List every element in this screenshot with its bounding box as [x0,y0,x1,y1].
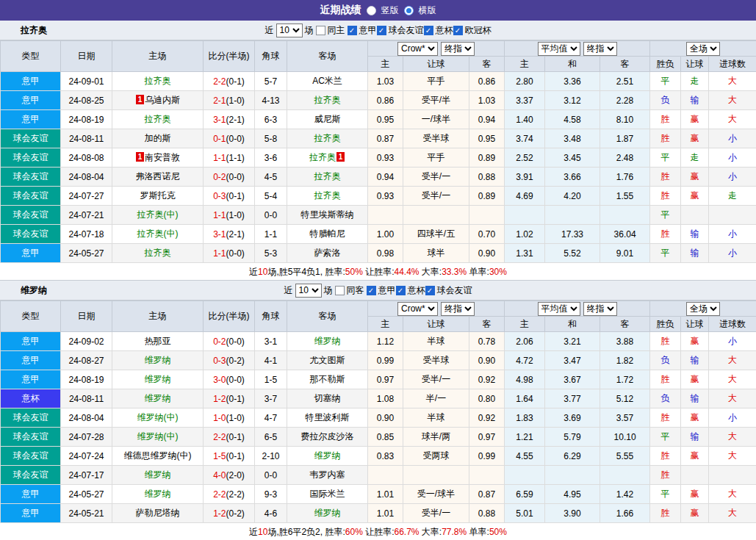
summary-stat-value: 60% [345,527,363,537]
checkbox-checked-icon[interactable]: ✓ [453,26,463,35]
col-corner: 角球 [255,301,287,332]
league-badge: 意甲 [1,110,61,129]
table-row: 意甲24-05-27拉齐奥1-1(0-0)5-3萨索洛0.98球半0.901.3… [1,244,756,263]
odds-away: 0.97 [469,428,505,447]
halftime-score: (1-1) [226,153,245,163]
avg-time-select[interactable]: 终指 [583,302,617,316]
league-filter-label[interactable]: 欧冠杯 [465,24,492,37]
league-filter[interactable]: ✓欧冠杯 [453,24,492,37]
checkbox-checked-icon[interactable]: ✓ [425,286,435,295]
same-venue-filter[interactable]: 同主 [316,24,345,37]
odds-away: 0.94 [469,110,505,129]
home-team-name: 拉齐奥 [145,248,171,258]
away-team: 特里埃斯蒂纳 [287,206,368,225]
avg-home: 1.31 [505,244,545,263]
league-filter[interactable]: ✓球会友谊 [425,284,472,297]
league-filter[interactable]: ✓意杯 [424,24,453,37]
league-filter[interactable]: ✓意甲 [367,284,396,297]
home-team-name: 弗洛西诺尼 [136,171,180,181]
odds-source-select[interactable]: Crow* [397,42,438,56]
home-team: 维罗纳 [112,466,204,485]
radio-horizontal-icon[interactable] [404,6,414,15]
table-row: 球会友谊24-07-17维罗纳4-0(2-0)0-0韦罗内塞胜 [1,466,756,485]
result-handicap [681,206,709,225]
table-row: 球会友谊24-08-081南安普敦1-1(1-1)3-6拉齐奥10.93平手0.… [1,148,756,168]
table-row: 意甲24-09-02热那亚0-2(0-0)3-1维罗纳1.12半球0.782.0… [1,332,756,351]
radio-vertical-label[interactable]: 竖版 [381,4,399,17]
halftime-score: (1-0) [226,96,245,106]
odds-away: 0.78 [469,332,505,351]
radio-horizontal-label[interactable]: 横版 [419,4,436,17]
checkbox-checked-icon[interactable]: ✓ [396,286,406,295]
col-avg-draw: 和 [545,317,600,332]
checkbox-checked-icon[interactable]: ✓ [367,286,376,295]
away-team: 拉齐奥 [287,168,368,187]
odds-time-select[interactable]: 终指 [441,302,475,316]
avg-time-select[interactable]: 终指 [583,42,617,56]
matches-label: 场 [324,284,333,297]
table-row: 球会友谊24-08-11加的斯0-1(0-0)5-8拉齐奥0.87受半球0.95… [1,129,756,148]
away-team: 维罗纳 [287,504,368,523]
scope-select[interactable]: 全场 [686,42,720,56]
avg-draw: 3.69 [545,408,600,428]
league-badge: 意甲 [1,370,61,389]
league-filter[interactable]: ✓意甲 [348,24,377,37]
summary-stat-value: 10 [258,527,267,537]
avg-source-select[interactable]: 平均值 [538,302,580,316]
home-team: 维罗纳 [112,351,204,370]
corners: 4-1 [255,351,287,370]
summary-stat-value: 50% [489,527,507,537]
same-venue-label[interactable]: 同主 [328,24,345,37]
halftime-score: (0-1) [226,451,245,461]
same-venue-filter[interactable]: 同客 [335,284,364,297]
avg-draw [545,206,600,225]
result-wdl: 负 [650,389,681,408]
avg-draw: 4.20 [545,187,600,206]
result-goals: 小 [709,244,756,263]
radio-vertical-icon[interactable] [367,6,376,15]
corners: 4-5 [255,168,287,187]
league-filter-label[interactable]: 意甲 [359,24,377,37]
home-team-name: 萨勒尼塔纳 [136,508,180,518]
score: 3-1(2-1) [204,110,255,129]
league-filter-label[interactable]: 球会友谊 [389,24,424,37]
match-count-select[interactable]: 10 [295,284,322,298]
result-handicap: 输 [681,428,709,447]
match-count-select[interactable]: 10 [276,24,303,37]
avg-home: 1.02 [505,225,545,244]
scope-select[interactable]: 全场 [686,302,720,316]
away-team-name: 萨索洛 [314,248,341,258]
same-venue-label[interactable]: 同客 [347,284,364,297]
avg-source-select[interactable]: 平均值 [538,42,580,56]
league-badge: 意甲 [1,485,61,504]
red-card-icon: 1 [136,95,144,104]
league-filter[interactable]: ✓球会友谊 [377,24,424,37]
score: 1-1(1-0) [204,206,255,225]
league-filter-label[interactable]: 球会友谊 [437,284,472,297]
fulltime-score: 2-2 [213,489,226,500]
league-filter[interactable]: ✓意杯 [396,284,425,297]
checkbox-unchecked-icon[interactable] [335,286,345,295]
col-avg-home: 主 [505,57,545,72]
corners: 4-7 [255,408,287,428]
result-wdl: 胜 [650,225,681,244]
result-goals: 小 [709,148,756,168]
halftime-score: (0-0) [226,336,245,347]
away-team-name: 拉齐奥1 [309,152,345,162]
fulltime-score: 1-0 [213,413,226,423]
odds-handicap: 受半/一 [403,370,469,389]
checkbox-unchecked-icon[interactable] [316,26,325,35]
checkbox-checked-icon[interactable]: ✓ [348,26,357,35]
fulltime-score: 0-2 [213,172,226,182]
league-filter-label[interactable]: 意杯 [436,24,453,37]
away-team: 萨索洛 [287,244,368,263]
score: 0-2(0-0) [204,332,255,351]
league-filter-label[interactable]: 意甲 [378,284,396,297]
checkbox-checked-icon[interactable]: ✓ [424,26,433,35]
result-wdl: 胜 [650,129,681,148]
league-filter-label[interactable]: 意杯 [408,284,425,297]
score: 3-1(2-1) [204,225,255,244]
checkbox-checked-icon[interactable]: ✓ [377,26,386,35]
odds-time-select[interactable]: 终指 [441,42,475,56]
odds-source-select[interactable]: Crow* [397,302,438,316]
